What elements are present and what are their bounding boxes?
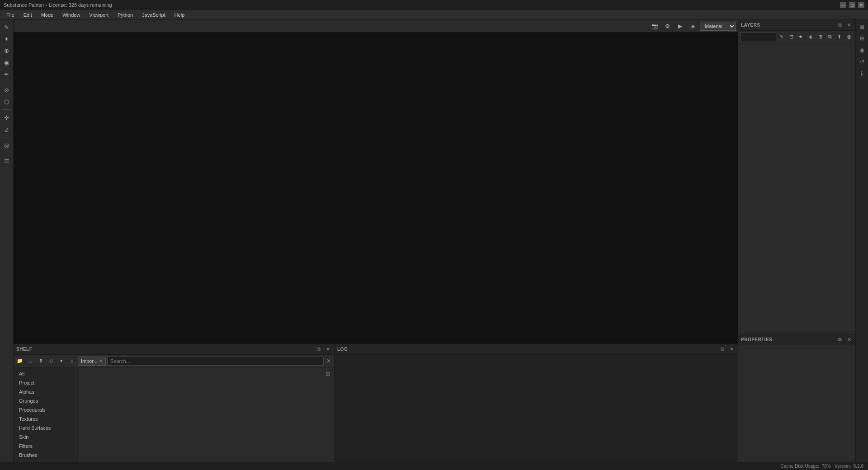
filter-icon[interactable]: ▾ [57, 357, 66, 366]
properties-panel-controls: ⧉ ✕ [836, 336, 853, 343]
statusbar-text: Cache Disk Usage: 78% Version: 6.1.0 [781, 464, 863, 469]
menu-item-viewport[interactable]: Viewport [85, 11, 113, 19]
folder-icon[interactable]: 📁 [15, 357, 24, 366]
bake-mesh-icon[interactable]: ◉ [857, 45, 867, 55]
new-item-icon[interactable]: □ [26, 357, 35, 366]
camera-icon[interactable]: 📷 [649, 21, 660, 31]
shelf-category-grunges[interactable]: Grunges [14, 396, 79, 405]
properties-expand-button[interactable]: ⧉ [836, 336, 844, 343]
shelf-toolbar: 📁 □ ⬆ ◇ ▾ ○ Impor... ✕ ✕ [14, 355, 334, 367]
shelf-category-all[interactable]: All [14, 369, 79, 378]
menu-item-python[interactable]: Python [113, 11, 137, 19]
right-panels: LAYERS ⧉ ✕ ✎ ⊟ ★ ◈ ⊞ ⧉ ⬆ 🗑 PR [738, 20, 855, 470]
layers-header: LAYERS ⧉ ✕ [738, 20, 855, 31]
delete-layer-icon[interactable]: 🗑 [845, 33, 854, 42]
menu-item-mode[interactable]: Mode [37, 11, 58, 19]
circle-filter-icon[interactable]: ○ [67, 357, 76, 366]
log-panel: LOG ⧉ ✕ [335, 344, 738, 470]
menu-item-file[interactable]: File [2, 11, 19, 19]
log-title: LOG [337, 347, 348, 352]
menu-item-window[interactable]: Window [58, 11, 85, 19]
properties-panel: PROPERTIES ⧉ ✕ [738, 334, 855, 470]
log-content [335, 355, 738, 470]
menu-item-edit[interactable]: Edit [19, 11, 37, 19]
properties-header: PROPERTIES ⧉ ✕ [738, 334, 855, 345]
main-layout: ✎ ✦ ⊕ ◉ ✒ ⊘ ⬡ ✛ ⊿ ◎ ☰ 📷 ⚙ ▶ ◈ Material [0, 20, 868, 470]
picker-tool[interactable]: ✒ [1, 69, 12, 80]
maximize-button[interactable]: □ [849, 2, 855, 8]
far-right-panel: ▦ ⊞ ◉ ↺ ℹ [855, 20, 868, 470]
menubar: FileEditModeWindowViewportPythonJavaScri… [0, 10, 868, 20]
filter-tab[interactable]: Impor... ✕ [78, 357, 106, 366]
titlebar: Substance Painter - License: 328 days re… [0, 0, 868, 10]
tag-icon[interactable]: ◇ [47, 357, 56, 366]
display-settings-icon[interactable]: ⊞ [857, 33, 867, 43]
smudge-tool[interactable]: ✦ [1, 33, 12, 44]
filter-tab-close[interactable]: ✕ [99, 358, 103, 363]
fill-tool[interactable]: ◉ [1, 57, 12, 68]
shelf-search-clear[interactable]: ✕ [325, 357, 332, 365]
polygon-fill-tool[interactable]: ⬡ [1, 96, 12, 107]
tool-separator-2 [2, 109, 11, 110]
add-group-icon[interactable]: ⊞ [816, 33, 825, 42]
bake-tool[interactable]: ☰ [1, 155, 12, 166]
viewport-mode-icon[interactable]: ▶ [675, 21, 685, 31]
viewport-container: 📷 ⚙ ▶ ◈ Material [14, 20, 738, 343]
bottom-panels: SHELF ⧉ ✕ 📁 □ ⬆ ◇ ▾ ○ Impor... [14, 343, 738, 470]
close-button[interactable]: ✕ [858, 2, 864, 8]
transform-tool[interactable]: ✛ [1, 112, 12, 123]
layers-expand-button[interactable]: ⧉ [836, 22, 844, 29]
add-mask-icon[interactable]: ⊟ [787, 33, 795, 42]
paint-brush-tool[interactable]: ✎ [1, 22, 12, 33]
shelf-search-area: ▾ ○ Impor... ✕ ✕ [57, 357, 332, 366]
shelf-close-button[interactable]: ✕ [324, 346, 331, 353]
add-fill-layer-icon[interactable]: ◈ [806, 33, 815, 42]
viewport-toolbar: 📷 ⚙ ▶ ◈ Material [14, 20, 738, 33]
shelf-content: AllProjectAlphasGrungesProceduralsTextur… [14, 367, 334, 470]
import-icon[interactable]: ⬆ [36, 357, 45, 366]
history-icon[interactable]: ↺ [857, 57, 867, 67]
layers-panel: LAYERS ⧉ ✕ ✎ ⊟ ★ ◈ ⊞ ⧉ ⬆ 🗑 [738, 20, 855, 334]
material-dropdown[interactable]: Material [700, 22, 736, 31]
menu-item-javascript[interactable]: JavaScript [137, 11, 170, 19]
projection-tool[interactable]: ⊕ [1, 45, 12, 56]
eraser-tool[interactable]: ⊘ [1, 85, 12, 95]
shelf-expand-button[interactable]: ⧉ [315, 346, 322, 353]
layers-search-input[interactable] [740, 32, 776, 42]
layers-title: LAYERS [741, 23, 760, 28]
texture-set-icon[interactable]: ▦ [857, 22, 867, 32]
shelf-sidebar: AllProjectAlphasGrungesProceduralsTextur… [14, 367, 79, 470]
log-panel-controls: ⧉ ✕ [719, 346, 735, 353]
shelf-category-skin[interactable]: Skin [14, 432, 79, 442]
shelf-search-input[interactable] [107, 357, 324, 366]
layers-close-button[interactable]: ✕ [845, 22, 853, 29]
viewport-canvas[interactable] [14, 33, 738, 343]
menu-item-help[interactable]: Help [170, 11, 189, 19]
display-settings-tool[interactable]: ◎ [1, 140, 12, 150]
grid-view-button[interactable]: ⊞ [323, 369, 332, 378]
minimize-button[interactable]: ─ [840, 2, 846, 8]
shelf-title: SHELF [16, 347, 32, 352]
add-paint-layer-icon[interactable]: ✎ [777, 33, 786, 42]
shelf-category-alphas[interactable]: Alphas [14, 387, 79, 396]
shelf-category-brushes[interactable]: Brushes [14, 451, 79, 460]
screenshot-icon[interactable]: ◈ [687, 21, 698, 31]
shelf-category-procedurals[interactable]: Procedurals [14, 405, 79, 414]
shelf-category-filters[interactable]: Filters [14, 442, 79, 451]
shelf-category-hard-surfaces[interactable]: Hard Surfaces [14, 423, 79, 432]
settings-icon[interactable]: ⚙ [662, 21, 673, 31]
properties-content [738, 345, 855, 470]
tool-separator-1 [2, 82, 11, 82]
move-layer-up-icon[interactable]: ⬆ [835, 33, 844, 42]
info-icon[interactable]: ℹ [857, 69, 867, 79]
add-effect-icon[interactable]: ★ [797, 33, 805, 42]
shelf-category-textures[interactable]: Textures [14, 414, 79, 423]
measure-tool[interactable]: ⊿ [1, 124, 12, 135]
log-close-button[interactable]: ✕ [728, 346, 735, 353]
log-expand-button[interactable]: ⧉ [719, 346, 726, 353]
shelf-category-project[interactable]: Project [14, 378, 79, 387]
layers-content [738, 43, 855, 334]
duplicate-layer-icon[interactable]: ⧉ [826, 33, 834, 42]
shelf-main: ⊞ [79, 367, 334, 470]
properties-close-button[interactable]: ✕ [845, 336, 853, 343]
